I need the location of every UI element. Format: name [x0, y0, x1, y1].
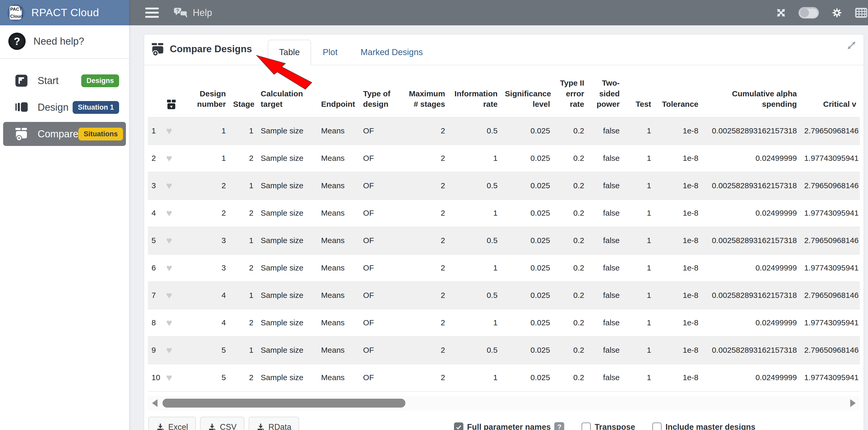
grid-layout-icon[interactable] — [855, 7, 867, 18]
table-cell-index: 9 — [148, 336, 162, 364]
sidebar-item-compare[interactable]: Compare Situations — [3, 122, 126, 146]
table-cell-maximum_stages: 2 — [399, 282, 449, 309]
csv-label: CSV — [220, 423, 237, 430]
heart-icon[interactable]: ♥ — [166, 290, 172, 301]
table-cell-type_2_error_rate: 0.2 — [554, 309, 588, 336]
fullscreen-icon[interactable] — [776, 7, 786, 18]
sidebar-menu: Start Designs Design Situation 1 — [0, 59, 129, 146]
logo-text-top: PACT — [10, 7, 21, 11]
logo-text-bottom: Cloud — [10, 14, 21, 19]
rdata-export-button[interactable]: RData — [249, 417, 299, 430]
table-cell-endpoint: Means — [317, 336, 360, 364]
table-cell-marked: ♥ — [162, 199, 183, 227]
heart-icon[interactable]: ♥ — [166, 344, 172, 356]
heart-icon[interactable]: ♥ — [166, 125, 172, 136]
table-cell-type_of_design: OF — [360, 172, 399, 199]
heart-icon[interactable]: ♥ — [166, 153, 172, 164]
table-cell-marked: ♥ — [162, 282, 183, 309]
table-cell-critical_value: 2.79650968146 — [801, 172, 860, 199]
table-cell-design_number: 3 — [184, 227, 229, 254]
need-help-link[interactable]: ? Need help? — [0, 25, 129, 57]
table-cell-maximum_stages: 2 — [399, 309, 449, 336]
topbar-help-button[interactable]: ? Help — [174, 7, 212, 19]
table-cell-stage: 2 — [229, 199, 257, 227]
table-cell-stage: 1 — [229, 117, 257, 145]
table-cell-type_2_error_rate: 0.2 — [554, 282, 588, 309]
csv-export-button[interactable]: CSV — [200, 417, 245, 430]
scroll-left-icon[interactable] — [152, 399, 157, 407]
table-cell-stage: 1 — [229, 227, 257, 254]
table-cell-significance_level: 0.025 — [501, 282, 554, 309]
table-cell-calculation_target: Sample size — [257, 227, 317, 254]
table-cell-significance_level: 0.025 — [501, 145, 554, 172]
column-header-two_sided_power: Two-sided power — [588, 76, 623, 117]
table-cell-maximum_stages: 2 — [399, 336, 449, 364]
table-cell-information_rate: 0.5 — [449, 227, 501, 254]
heart-icon[interactable]: ♥ — [166, 317, 172, 328]
table-cell-index: 8 — [148, 309, 162, 336]
column-header-cumulative_alpha_spending: Cumulative alpha spending — [702, 76, 801, 117]
brand-title: RPACT Cloud — [31, 6, 99, 19]
table-cell-type_2_error_rate: 0.2 — [554, 145, 588, 172]
table-cell-design_number: 5 — [184, 364, 229, 391]
scrollbar-thumb[interactable] — [162, 399, 405, 407]
table-cell-significance_level: 0.025 — [501, 172, 554, 199]
download-icon — [208, 423, 216, 430]
table-cell-design_number: 4 — [184, 282, 229, 309]
table-cell-type_of_design: OF — [360, 336, 399, 364]
table-cell-critical_value: 1.97743095941 — [801, 309, 860, 336]
heart-icon[interactable]: ♥ — [166, 262, 172, 273]
table-cell-marked: ♥ — [162, 227, 183, 254]
topbar: ? Help — [129, 0, 868, 25]
table-row: 2♥12Sample sizeMeansOF210.0250.2false11e… — [148, 145, 860, 172]
question-mark-icon: ? — [8, 33, 26, 50]
table-cell-tolerance: 1e-8 — [655, 145, 702, 172]
expand-panel-icon[interactable] — [846, 40, 857, 52]
excel-export-button[interactable]: Excel — [148, 417, 196, 430]
panel-title: Compare Designs — [151, 42, 252, 57]
situation-badge: Situation 1 — [73, 101, 119, 114]
export-buttons: Excel CSV — [148, 417, 299, 430]
table-cell-cumulative_alpha_spending: 0.02499999 — [702, 199, 801, 227]
table-options: Full parameter names ? Transpose Include… — [454, 422, 755, 430]
table-cell-cumulative_alpha_spending: 0.002582893162157318 — [702, 336, 801, 364]
box-heart-icon: ♥ — [166, 99, 177, 110]
table-cell-information_rate: 1 — [449, 364, 501, 391]
design-icon — [14, 101, 28, 113]
settings-sun-icon[interactable] — [831, 7, 843, 19]
table-cell-significance_level: 0.025 — [501, 227, 554, 254]
tab-plot[interactable]: Plot — [311, 40, 349, 65]
heart-icon[interactable]: ♥ — [166, 180, 172, 191]
tab-table[interactable]: Table — [268, 40, 311, 65]
heart-icon[interactable]: ♥ — [166, 372, 172, 383]
table-cell-test: 1 — [623, 117, 655, 145]
table-cell-significance_level: 0.025 — [501, 117, 554, 145]
table-cell-marked: ♥ — [162, 336, 183, 364]
table-cell-calculation_target: Sample size — [257, 117, 317, 145]
table-cell-tolerance: 1e-8 — [655, 117, 702, 145]
tab-marked-designs[interactable]: Marked Designs — [349, 40, 434, 65]
column-header-index — [148, 76, 162, 117]
help-tooltip-icon[interactable]: ? — [554, 422, 564, 430]
include-master-designs-checkbox[interactable]: Include master designs — [652, 423, 755, 430]
heart-icon[interactable]: ♥ — [166, 207, 172, 219]
table-cell-endpoint: Means — [317, 309, 360, 336]
horizontal-scrollbar[interactable] — [148, 396, 860, 410]
sidebar-item-design[interactable]: Design Situation 1 — [3, 95, 126, 119]
full-parameter-names-checkbox[interactable]: Full parameter names ? — [454, 422, 564, 430]
checkbox-unchecked-icon — [582, 423, 591, 430]
scroll-right-icon[interactable] — [850, 399, 856, 407]
compare-icon — [151, 42, 164, 56]
table-cell-design_number: 2 — [184, 199, 229, 227]
sidebar-item-label: Compare — [38, 128, 79, 140]
table-cell-test: 1 — [623, 336, 655, 364]
table-cell-information_rate: 1 — [449, 309, 501, 336]
theme-toggle-switch[interactable] — [799, 7, 819, 19]
transpose-checkbox[interactable]: Transpose — [582, 423, 635, 430]
column-header-marked: ♥ — [162, 76, 183, 117]
sidebar-item-start[interactable]: Start Designs — [3, 69, 126, 93]
hamburger-menu-icon[interactable] — [145, 7, 159, 18]
table-cell-type_2_error_rate: 0.2 — [554, 117, 588, 145]
designs-table: ♥ Design numberStageCalculation targetEn… — [148, 76, 860, 392]
heart-icon[interactable]: ♥ — [166, 235, 172, 246]
